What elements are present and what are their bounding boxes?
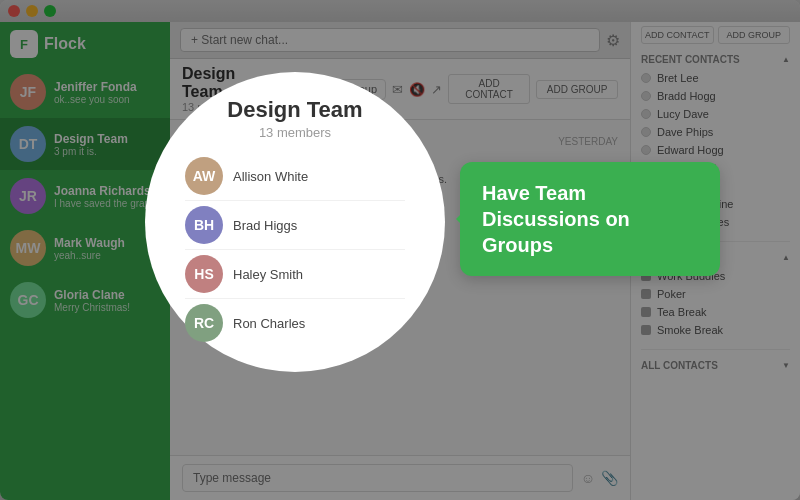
list-item[interactable]: Smoke Break [641, 321, 790, 339]
table-row: GC Gloria 3:33 PM 3 pm it is. [182, 197, 618, 229]
sidebar-contact-list: JF Jeniffer Fonda ok..see you soon DT De… [0, 66, 170, 500]
all-contacts-label: ALL CONTACTS [641, 360, 718, 371]
add-contact-button[interactable]: ADD CONTACT [448, 74, 530, 104]
group-icon [641, 307, 651, 317]
date-separator: YESTERDAY [182, 136, 618, 147]
message-text: 3 pm it is. [220, 217, 618, 229]
chat-subtitle: 13 members [182, 101, 280, 113]
list-item[interactable]: Lucy Dave [641, 105, 790, 123]
message-input[interactable] [182, 464, 573, 492]
list-item[interactable]: Graeme Jones [641, 213, 790, 231]
add-contact-side-button[interactable]: ADD CONTACT [641, 26, 714, 44]
attachment-icon[interactable]: 📎 [601, 470, 618, 486]
status-dot [641, 181, 651, 191]
divider [641, 241, 790, 242]
app-body: F Flock JF Jeniffer Fonda ok..see you so… [0, 22, 800, 500]
contact-name: Jeniffer Fonda [54, 80, 160, 94]
chat-header: Design Team 13 members 👤 Invite to group… [170, 59, 630, 120]
sidebar: F Flock JF Jeniffer Fonda ok..see you so… [0, 22, 170, 500]
flock-logo: F [10, 30, 38, 58]
avatar: JF [10, 74, 46, 110]
recent-contacts-section: RECENT CONTACTS ▲ Bret Lee Bradd Hogg Lu… [631, 48, 800, 237]
add-group-side-button[interactable]: ADD GROUP [718, 26, 791, 44]
avatar: MW [10, 230, 46, 266]
email-icon[interactable]: ✉ [392, 82, 403, 97]
status-dot [641, 217, 651, 227]
sidebar-item-jennifer[interactable]: JF Jeniffer Fonda ok..see you soon [0, 66, 170, 118]
sidebar-header: F Flock [0, 22, 170, 66]
contact-name: Gloria Clane [54, 288, 160, 302]
avatar: GC [10, 282, 46, 318]
group-icon [641, 325, 651, 335]
expand-icon[interactable]: ▼ [782, 361, 790, 370]
sidebar-item-mark[interactable]: MW Mark Waugh yeah..sure [0, 222, 170, 274]
chat-area: ⚙ Design Team 13 members 👤 Invite to gro… [170, 22, 630, 500]
sidebar-item-gloria[interactable]: GC Gloria Clane Merry Christmas! [0, 274, 170, 326]
invite-icon: 👤 [289, 83, 303, 96]
contact-name: Design Team [54, 132, 160, 146]
minimize-button[interactable] [26, 5, 38, 17]
search-bar: ⚙ [170, 22, 630, 59]
status-dot [641, 91, 651, 101]
status-dot [641, 73, 651, 83]
contact-name: Joanna Richards [54, 184, 160, 198]
app-title: Flock [44, 35, 86, 53]
divider [641, 349, 790, 350]
sidebar-item-design-team[interactable]: DT Design Team 3 pm it is. [0, 118, 170, 170]
group-icon [641, 289, 651, 299]
collapse-icon[interactable]: ▲ [782, 55, 790, 64]
message-text: OK, let's catch up at around 3 then, to … [220, 173, 618, 185]
list-item[interactable]: Work Buddies [641, 267, 790, 285]
chat-title: Design Team [182, 65, 280, 101]
groups-section: YOUR GROUPS ▲ Work Buddies Poker Tea Bre… [631, 246, 800, 345]
title-bar [0, 0, 800, 22]
app-window: F Flock JF Jeniffer Fonda ok..see you so… [0, 0, 800, 500]
export-icon[interactable]: ↗ [431, 82, 442, 97]
sidebar-item-joanna[interactable]: JR Joanna Richards I have saved the grap… [0, 170, 170, 222]
mute-icon[interactable]: 🔇 [409, 82, 425, 97]
list-item[interactable]: Dave Phips [641, 123, 790, 141]
avatar: JR [10, 178, 46, 214]
list-item[interactable]: Poker [641, 285, 790, 303]
contact-name: Mark Waugh [54, 236, 160, 250]
status-dot [641, 145, 651, 155]
table-row: JF Jeniffer OK, let's catch up at around… [182, 153, 618, 185]
chat-input-area: ☺ 📎 [170, 455, 630, 500]
close-button[interactable] [8, 5, 20, 17]
groups-label: YOUR GROUPS [641, 252, 716, 263]
status-dot [641, 109, 651, 119]
right-panel: ⚙ Design Team 13 members 👤 Invite to gro… [170, 22, 800, 500]
contact-preview: 3 pm it is. [54, 146, 160, 157]
avatar: DT [10, 126, 46, 162]
status-dot [641, 199, 651, 209]
message-sender: Jeniffer [220, 156, 263, 170]
list-item[interactable]: Tea Break [641, 303, 790, 321]
status-dot [641, 163, 651, 173]
list-item[interactable]: Shaun Frost [641, 159, 790, 177]
contact-preview: yeah..sure [54, 250, 160, 261]
contact-preview: I have saved the graph [54, 198, 160, 209]
avatar: JF [182, 153, 212, 183]
message-time: 3:33 PM [581, 197, 618, 208]
list-item[interactable]: Bradd Hogg [641, 87, 790, 105]
settings-icon[interactable]: ⚙ [606, 31, 620, 50]
list-item[interactable]: Edward Hogg [641, 141, 790, 159]
group-icon [641, 271, 651, 281]
avatar: GC [182, 197, 212, 227]
collapse-icon[interactable]: ▲ [782, 253, 790, 262]
invite-to-group-button[interactable]: 👤 Invite to group [280, 79, 386, 100]
add-group-button[interactable]: ADD GROUP [536, 80, 618, 99]
message-sender: Gloria [220, 200, 255, 214]
search-input[interactable] [180, 28, 600, 52]
contact-preview: Merry Christmas! [54, 302, 160, 313]
contacts-panel: ADD CONTACT ADD GROUP RECENT CONTACTS ▲ … [630, 22, 800, 500]
chat-messages: YESTERDAY JF Jeniffer OK, let's catch up… [170, 120, 630, 455]
list-item[interactable]: Bret Lee [641, 69, 790, 87]
status-dot [641, 127, 651, 137]
list-item[interactable]: Felix Jamestine [641, 195, 790, 213]
recent-contacts-label: RECENT CONTACTS [641, 54, 740, 65]
contact-preview: ok..see you soon [54, 94, 160, 105]
emoji-icon[interactable]: ☺ [581, 470, 595, 486]
list-item[interactable]: Mark Waugh [641, 177, 790, 195]
maximize-button[interactable] [44, 5, 56, 17]
